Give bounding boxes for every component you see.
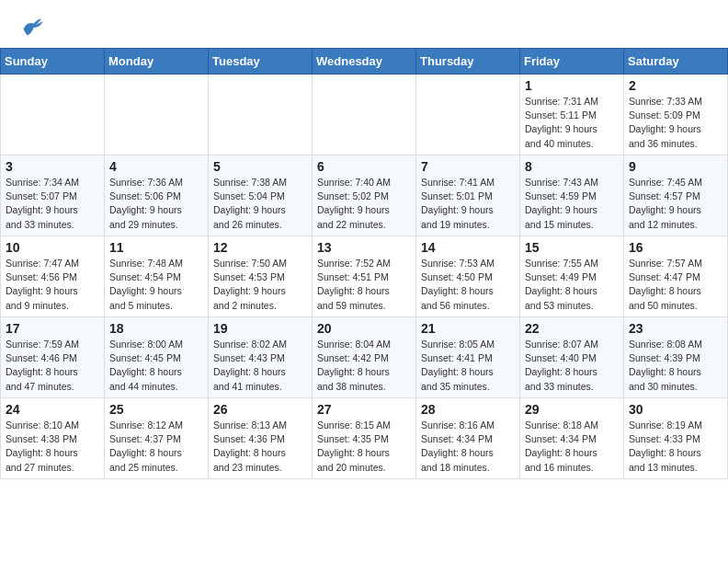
day-info: Sunrise: 7:55 AM Sunset: 4:49 PM Dayligh… <box>525 257 619 313</box>
calendar: SundayMondayTuesdayWednesdayThursdayFrid… <box>0 48 728 479</box>
calendar-day-cell: 8Sunrise: 7:43 AM Sunset: 4:59 PM Daylig… <box>520 155 624 236</box>
day-number: 23 <box>629 321 722 336</box>
day-number: 22 <box>525 321 619 336</box>
day-number: 16 <box>629 240 722 255</box>
day-number: 4 <box>109 159 203 174</box>
calendar-day-cell: 2Sunrise: 7:33 AM Sunset: 5:09 PM Daylig… <box>624 75 728 155</box>
day-number: 1 <box>525 78 619 93</box>
day-info: Sunrise: 8:05 AM Sunset: 4:41 PM Dayligh… <box>421 338 515 394</box>
calendar-day-cell: 21Sunrise: 8:05 AM Sunset: 4:41 PM Dayli… <box>416 317 520 398</box>
calendar-day-cell: 22Sunrise: 8:07 AM Sunset: 4:40 PM Dayli… <box>520 317 624 398</box>
calendar-day-cell: 11Sunrise: 7:48 AM Sunset: 4:54 PM Dayli… <box>105 236 209 317</box>
calendar-day-cell: 28Sunrise: 8:16 AM Sunset: 4:34 PM Dayli… <box>416 398 520 479</box>
day-number: 18 <box>109 321 203 336</box>
day-number: 5 <box>213 159 307 174</box>
calendar-day-cell: 18Sunrise: 8:00 AM Sunset: 4:45 PM Dayli… <box>105 317 209 398</box>
day-info: Sunrise: 7:52 AM Sunset: 4:51 PM Dayligh… <box>317 257 411 313</box>
day-number: 29 <box>525 402 619 417</box>
day-info: Sunrise: 8:04 AM Sunset: 4:42 PM Dayligh… <box>317 338 411 394</box>
calendar-day-cell: 17Sunrise: 7:59 AM Sunset: 4:46 PM Dayli… <box>1 317 105 398</box>
day-info: Sunrise: 8:13 AM Sunset: 4:36 PM Dayligh… <box>213 419 307 475</box>
day-number: 25 <box>109 402 203 417</box>
day-info: Sunrise: 8:07 AM Sunset: 4:40 PM Dayligh… <box>525 338 619 394</box>
day-info: Sunrise: 7:40 AM Sunset: 5:02 PM Dayligh… <box>317 176 411 232</box>
calendar-week-row: 17Sunrise: 7:59 AM Sunset: 4:46 PM Dayli… <box>1 317 728 398</box>
calendar-week-row: 24Sunrise: 8:10 AM Sunset: 4:38 PM Dayli… <box>1 398 728 479</box>
calendar-day-cell <box>416 75 520 155</box>
calendar-day-cell: 24Sunrise: 8:10 AM Sunset: 4:38 PM Dayli… <box>1 398 105 479</box>
day-number: 2 <box>629 78 722 93</box>
day-info: Sunrise: 7:31 AM Sunset: 5:11 PM Dayligh… <box>525 95 619 151</box>
day-info: Sunrise: 8:19 AM Sunset: 4:33 PM Dayligh… <box>629 419 722 475</box>
calendar-day-cell: 23Sunrise: 8:08 AM Sunset: 4:39 PM Dayli… <box>624 317 728 398</box>
day-info: Sunrise: 8:12 AM Sunset: 4:37 PM Dayligh… <box>109 419 203 475</box>
calendar-header-wednesday: Wednesday <box>313 49 416 75</box>
day-number: 7 <box>421 159 515 174</box>
day-number: 9 <box>629 159 722 174</box>
calendar-day-cell: 16Sunrise: 7:57 AM Sunset: 4:47 PM Dayli… <box>624 236 728 317</box>
day-number: 11 <box>109 240 203 255</box>
logo-bird-icon <box>18 15 44 40</box>
day-number: 14 <box>421 240 515 255</box>
calendar-day-cell <box>105 75 209 155</box>
calendar-header-friday: Friday <box>520 49 624 75</box>
day-number: 19 <box>213 321 307 336</box>
calendar-day-cell: 13Sunrise: 7:52 AM Sunset: 4:51 PM Dayli… <box>313 236 416 317</box>
calendar-day-cell: 7Sunrise: 7:41 AM Sunset: 5:01 PM Daylig… <box>416 155 520 236</box>
day-number: 3 <box>6 159 99 174</box>
day-info: Sunrise: 8:08 AM Sunset: 4:39 PM Dayligh… <box>629 338 722 394</box>
calendar-header-monday: Monday <box>105 49 209 75</box>
day-number: 15 <box>525 240 619 255</box>
calendar-day-cell <box>313 75 416 155</box>
calendar-header-sunday: Sunday <box>1 49 105 75</box>
day-number: 8 <box>525 159 619 174</box>
day-number: 21 <box>421 321 515 336</box>
calendar-week-row: 10Sunrise: 7:47 AM Sunset: 4:56 PM Dayli… <box>1 236 728 317</box>
day-number: 10 <box>6 240 99 255</box>
calendar-day-cell: 19Sunrise: 8:02 AM Sunset: 4:43 PM Dayli… <box>209 317 313 398</box>
day-number: 24 <box>6 402 99 417</box>
calendar-header-saturday: Saturday <box>624 49 728 75</box>
day-number: 27 <box>317 402 411 417</box>
day-info: Sunrise: 8:10 AM Sunset: 4:38 PM Dayligh… <box>6 419 99 475</box>
calendar-day-cell <box>209 75 313 155</box>
calendar-day-cell: 9Sunrise: 7:45 AM Sunset: 4:57 PM Daylig… <box>624 155 728 236</box>
day-info: Sunrise: 8:16 AM Sunset: 4:34 PM Dayligh… <box>421 419 515 475</box>
calendar-header-thursday: Thursday <box>416 49 520 75</box>
day-number: 6 <box>317 159 411 174</box>
day-number: 28 <box>421 402 515 417</box>
calendar-day-cell: 26Sunrise: 8:13 AM Sunset: 4:36 PM Dayli… <box>209 398 313 479</box>
calendar-day-cell: 6Sunrise: 7:40 AM Sunset: 5:02 PM Daylig… <box>313 155 416 236</box>
calendar-day-cell: 29Sunrise: 8:18 AM Sunset: 4:34 PM Dayli… <box>520 398 624 479</box>
day-info: Sunrise: 7:53 AM Sunset: 4:50 PM Dayligh… <box>421 257 515 313</box>
day-number: 30 <box>629 402 722 417</box>
day-info: Sunrise: 7:50 AM Sunset: 4:53 PM Dayligh… <box>213 257 307 313</box>
day-info: Sunrise: 7:43 AM Sunset: 4:59 PM Dayligh… <box>525 176 619 232</box>
day-info: Sunrise: 7:34 AM Sunset: 5:07 PM Dayligh… <box>6 176 99 232</box>
header <box>0 0 728 48</box>
calendar-day-cell: 1Sunrise: 7:31 AM Sunset: 5:11 PM Daylig… <box>520 75 624 155</box>
day-info: Sunrise: 7:33 AM Sunset: 5:09 PM Dayligh… <box>629 95 722 151</box>
calendar-day-cell: 15Sunrise: 7:55 AM Sunset: 4:49 PM Dayli… <box>520 236 624 317</box>
calendar-day-cell: 27Sunrise: 8:15 AM Sunset: 4:35 PM Dayli… <box>313 398 416 479</box>
calendar-header-tuesday: Tuesday <box>209 49 313 75</box>
logo <box>18 15 48 40</box>
day-info: Sunrise: 7:57 AM Sunset: 4:47 PM Dayligh… <box>629 257 722 313</box>
day-info: Sunrise: 7:59 AM Sunset: 4:46 PM Dayligh… <box>6 338 99 394</box>
day-info: Sunrise: 7:45 AM Sunset: 4:57 PM Dayligh… <box>629 176 722 232</box>
calendar-header-row: SundayMondayTuesdayWednesdayThursdayFrid… <box>1 49 728 75</box>
day-info: Sunrise: 8:15 AM Sunset: 4:35 PM Dayligh… <box>317 419 411 475</box>
day-info: Sunrise: 7:48 AM Sunset: 4:54 PM Dayligh… <box>109 257 203 313</box>
calendar-day-cell: 10Sunrise: 7:47 AM Sunset: 4:56 PM Dayli… <box>1 236 105 317</box>
day-info: Sunrise: 8:02 AM Sunset: 4:43 PM Dayligh… <box>213 338 307 394</box>
calendar-day-cell: 14Sunrise: 7:53 AM Sunset: 4:50 PM Dayli… <box>416 236 520 317</box>
calendar-week-row: 1Sunrise: 7:31 AM Sunset: 5:11 PM Daylig… <box>1 75 728 155</box>
calendar-day-cell: 4Sunrise: 7:36 AM Sunset: 5:06 PM Daylig… <box>105 155 209 236</box>
day-info: Sunrise: 7:47 AM Sunset: 4:56 PM Dayligh… <box>6 257 99 313</box>
day-info: Sunrise: 7:41 AM Sunset: 5:01 PM Dayligh… <box>421 176 515 232</box>
day-info: Sunrise: 8:00 AM Sunset: 4:45 PM Dayligh… <box>109 338 203 394</box>
day-info: Sunrise: 7:38 AM Sunset: 5:04 PM Dayligh… <box>213 176 307 232</box>
calendar-day-cell: 30Sunrise: 8:19 AM Sunset: 4:33 PM Dayli… <box>624 398 728 479</box>
calendar-day-cell: 3Sunrise: 7:34 AM Sunset: 5:07 PM Daylig… <box>1 155 105 236</box>
calendar-week-row: 3Sunrise: 7:34 AM Sunset: 5:07 PM Daylig… <box>1 155 728 236</box>
